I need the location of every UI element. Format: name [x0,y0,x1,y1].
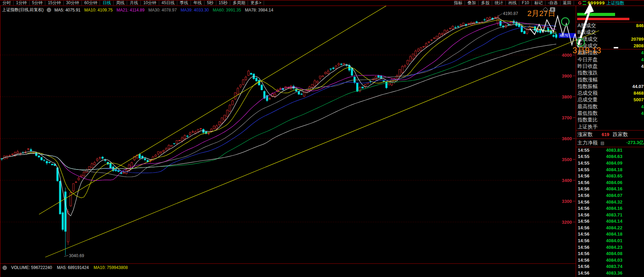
timeframe-tab-16[interactable]: 多周期 [230,1,248,5]
quote-label: 最低指数 [577,110,598,117]
quote-value: 4 [641,57,644,62]
tool-button-8[interactable]: -自选 [545,1,560,5]
timeframe-tab-1[interactable]: 分时 [0,1,14,5]
timeframe-tab-11[interactable]: 45日线 [159,1,177,5]
tick-time: 14:56 [578,245,589,250]
date-annotation-mar9-13[interactable]: 3月9-13 [573,45,601,56]
tick-price: 4083.74 [606,264,622,269]
tool-button-9[interactable]: 返回 [560,1,574,5]
chart-title: 上证指数(日线,前复权) [2,7,44,13]
timeframe-tab-9[interactable]: 月线 [127,1,141,5]
volume-legend: VOLUME: 596722240MA5: 689191424MA10: 759… [11,265,128,270]
quote-label: 指数涨幅 [577,77,598,83]
tool-button-2[interactable]: 叠加 [465,1,479,5]
toolbar-tools: 指标叠加多股统计画线F10标记-自选返回 [451,1,574,5]
tick-row: 14:564084.03 [576,257,644,264]
timeframe-tab-15[interactable]: 15秒 [216,1,230,5]
collapse-chevron-icon[interactable]: ⌄ [47,8,51,12]
tick-time: 14:56 [578,251,589,256]
tick-row: 14:564084.08 [576,251,644,257]
timeframe-tab-8[interactable]: 周线 [114,1,127,5]
tool-button-1[interactable]: 指标 [451,1,465,5]
tick-price: 4084.01 [606,238,622,243]
volume-collapse-chevron-icon[interactable]: ⌄ [2,266,7,270]
tool-button-5[interactable]: 画线 [506,1,519,5]
tick-time: 14:56 [578,206,589,211]
tool-button-3[interactable]: 多股 [479,1,492,5]
chart-canvas[interactable] [0,6,576,277]
quote-value: 20789 [631,37,644,42]
tick-price: 4084.16 [606,206,622,211]
quote-value: 2808 [634,43,644,48]
tick-time: 14:55 [578,167,589,172]
tool-button-7[interactable]: 标记 [532,1,545,5]
tick-row: 14:564083.71 [576,212,644,219]
timeframe-tab-14[interactable]: 5秒 [204,1,216,5]
date-annotation-feb27[interactable]: 2月27日 [527,8,556,19]
tick-time: 14:55 [578,154,589,159]
advancers-count: 619 [602,132,610,137]
timeframe-tab-12[interactable]: 季线 [177,1,191,5]
timeframe-tab-17[interactable]: 更多> [248,1,264,5]
detail-icon[interactable]: ▤ [600,141,604,145]
timeframe-tab-4[interactable]: 15分钟 [45,1,63,5]
ma-legend-item: MA60: 3991.35 [213,8,241,13]
quote-value: 4 [641,104,644,109]
tick-time: 14:56 [578,219,589,224]
tick-row: 14:564084.22 [576,225,644,231]
green-strength-bar [588,13,615,16]
main-net-value: -273.3亿 [626,140,644,146]
tick-price: 4083.36 [606,270,622,276]
tool-button-4[interactable]: 统计 [492,1,506,5]
tick-row: 14:564084.16 [576,205,644,212]
time-sales-list[interactable]: 14:554083.8114:554084.6314:554084.0914:5… [576,147,644,277]
quote-label: B股成交 [577,29,596,35]
tick-time: 14:56 [578,199,589,205]
decliners-label: 跌家数 [613,131,628,138]
tick-price: 4084.18 [606,167,622,172]
quote-label: 昨日收盘 [577,63,598,70]
ma-legend-item: MA21: 4114.89 [116,8,145,13]
tick-price: 4083.65 [606,173,622,179]
tick-price: 4084.03 [606,258,622,263]
tick-time: 14:56 [578,193,589,198]
tick-row: 14:564083.74 [576,263,644,270]
tick-price: 4084.63 [606,154,622,159]
quote-label: 总成交量 [577,96,598,103]
ma-legend-item: MA39: 4033.30 [180,8,209,13]
ma-legend-item: MA30: 4078.97 [148,8,177,13]
advancers-label: 涨家数 [577,131,593,138]
tick-row: 14:564084.16 [576,186,644,192]
quote-label: 指数振幅 [577,83,598,90]
quote-value: 4 [641,50,644,55]
quote-row: 指数涨幅 [576,76,644,83]
tick-price: 4083.71 [606,212,622,217]
tick-row: 14:564084.14 [576,218,644,225]
quote-value: 5007 [634,97,644,102]
timeframe-tab-5[interactable]: 30分钟 [64,1,82,5]
quote-value: 846 [636,23,644,28]
tick-row: 14:564084.06 [576,180,644,186]
tick-time: 14:55 [578,160,589,166]
ma-legend-item: MA10: 4109.75 [84,8,112,13]
ma-legend-item: MA5: 4075.91 [54,8,80,13]
quote-label: 最高指数 [577,103,598,110]
timeframe-tab-10[interactable]: 10分钟 [141,1,159,5]
tick-row: 14:554084.63 [576,153,644,160]
timeframe-tab-13[interactable]: 年线 [191,1,204,5]
tool-button-6[interactable]: F10 [519,1,532,5]
timeframe-tab-6[interactable]: 60分钟 [82,1,100,5]
tick-price: 4084.18 [606,231,622,237]
tick-price: 4084.32 [606,199,622,205]
volume-legend-item: MA10: 759943808 [94,265,128,270]
tick-time: 14:55 [578,148,589,153]
tick-time: 14:56 [578,264,589,269]
tick-row: 14:564084.07 [576,192,644,199]
top-toolbar: 分时1分钟5分钟15分钟30分钟60分钟日线周线月线10分钟45日线季线年线5秒… [0,0,644,6]
tick-row: 14:554083.81 [576,147,644,154]
low-price-label: 3040.69 [69,253,84,258]
timeframe-tab-7[interactable]: 日线 [100,1,114,5]
quote-row: 指数涨跌 [576,70,644,76]
timeframe-tab-3[interactable]: 5分钟 [30,1,46,5]
timeframe-tab-2[interactable]: 1分钟 [14,1,30,5]
